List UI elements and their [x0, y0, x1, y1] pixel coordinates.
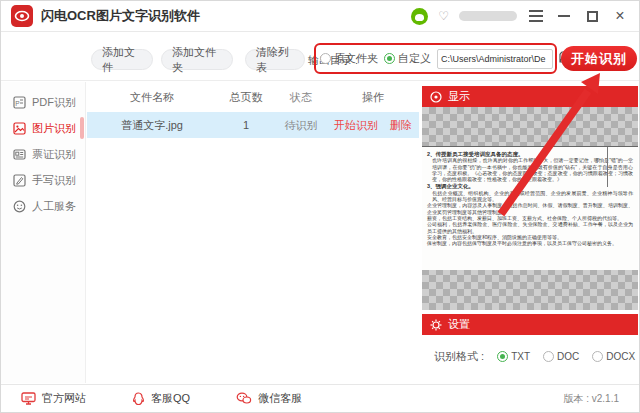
titlebar: 闪电OCR图片文字识别软件 ♡ ×: [1, 1, 639, 32]
image-preview: 2、传授新员工接受培训应具备的态度。 也许培训真的很枯燥，也许真的对你的工作帮助…: [422, 107, 638, 310]
output-path-input[interactable]: [437, 49, 553, 69]
col-header-filename: 文件名称: [87, 90, 217, 105]
app-title: 闪电OCR图片文字识别软件: [41, 7, 200, 25]
qq-service-link[interactable]: 客服QQ: [132, 391, 190, 406]
ticket-icon: [13, 148, 26, 161]
settings-panel-title: 设置: [448, 317, 470, 332]
cell-pages: 1: [217, 119, 275, 131]
radio-txt-circle-icon[interactable]: [497, 351, 508, 362]
row-delete-link[interactable]: 删除: [390, 118, 412, 133]
image-icon: [13, 122, 26, 135]
wechat-icon: [236, 392, 252, 405]
eye-circle-icon: [430, 91, 442, 103]
radio-doc-circle-icon[interactable]: [543, 351, 554, 362]
add-file-button[interactable]: 添加文件: [91, 49, 153, 70]
start-recognition-button[interactable]: 开始识别: [561, 46, 637, 71]
format-option-doc[interactable]: DOC: [543, 351, 579, 362]
sidebar-item-image[interactable]: 图片识别: [1, 115, 85, 141]
sidebar-item-manual-service[interactable]: 人工服务: [1, 193, 85, 219]
wechat-service-link[interactable]: 微信客服: [236, 391, 302, 406]
col-header-action: 操作: [327, 90, 419, 105]
format-option-txt[interactable]: TXT: [497, 351, 530, 362]
cell-actions: 开始识别 删除: [327, 118, 419, 133]
radio-custom-folder[interactable]: 自定义: [384, 51, 431, 66]
radio-custom-folder-circle-icon[interactable]: [384, 53, 395, 64]
menu-icon[interactable]: [527, 7, 545, 25]
page-edge-line: [607, 147, 608, 187]
preview-page: 2、传授新员工接受培训应具备的态度。 也许培训真的很枯燥，也许真的对你的工作帮助…: [422, 146, 638, 270]
preview-text-line: 也许培训真的很枯燥，也许真的对你的工作帮助不大，但请一定要记住，哪怕是"错"的一…: [427, 157, 633, 182]
sidebar-item-pdf[interactable]: P PDF识别: [1, 89, 85, 115]
clear-list-button[interactable]: 清除列表: [245, 49, 305, 70]
preview-text-line: 公司福利，包括养老保险金、医疗保险金、失业保险金、交通费补贴、工作午餐，以及企业…: [427, 221, 633, 234]
col-header-status: 状态: [275, 90, 327, 105]
wechat-status-icon[interactable]: [411, 8, 428, 25]
official-website-link[interactable]: 官方网站: [21, 391, 86, 406]
monitor-icon: [21, 392, 36, 405]
svg-text:P: P: [15, 99, 19, 106]
maximize-button[interactable]: [583, 7, 601, 25]
heart-icon[interactable]: ♡: [438, 9, 449, 23]
right-panel: 显示 2、传授新员工接受培训应具备的态度。 也许培训真的很枯燥，也许真的对你的工…: [422, 86, 638, 364]
radio-docx-circle-icon[interactable]: [592, 351, 603, 362]
table-row[interactable]: 普通文字.jpg 1 待识别 开始识别 删除: [87, 112, 419, 138]
service-smiley-icon: [13, 200, 26, 213]
preview-text-line: 包括企业概况、组织机构、企业的产品或经营范围、企业的发展前景、企业精神与领导作风…: [427, 190, 633, 203]
gear-icon: [430, 319, 442, 331]
add-folder-button[interactable]: 添加文件夹: [161, 49, 233, 70]
cell-status: 待识别: [275, 118, 327, 133]
output-dir-annotation-box: 原文件夹 自定义: [314, 43, 557, 74]
toolbar: 添加文件 添加文件夹 清除列表 输出目录 : 原文件夹 自定义 开始识别: [1, 33, 639, 81]
preview-text-line: 保密制度，内容包括保守制度及平时必须注意的事项，以及员工保守公司秘密的义务。: [427, 240, 633, 246]
radio-original-folder-circle-icon[interactable]: [320, 53, 331, 64]
version-label: 版本 : v2.1.1: [563, 392, 619, 406]
col-header-pages: 总页数: [217, 90, 275, 105]
settings-panel-header: 设置: [422, 314, 638, 335]
sidebar-item-handwriting[interactable]: 手写识别: [1, 167, 85, 193]
active-item-indicator: [80, 117, 84, 139]
cell-filename: 普通文字.jpg: [87, 118, 217, 133]
sidebar: P PDF识别 图片识别 票证识别 手写识别 人工服务: [1, 82, 86, 383]
table-header-row: 文件名称 总页数 状态 操作: [87, 82, 419, 112]
blurred-account-label: [459, 11, 517, 21]
row-start-recognition-link[interactable]: 开始识别: [334, 118, 378, 133]
close-button[interactable]: ×: [611, 7, 629, 25]
handwriting-icon: [13, 174, 26, 187]
sidebar-item-ticket[interactable]: 票证识别: [1, 141, 85, 167]
qq-penguin-icon: [132, 392, 145, 406]
app-logo-eye-icon: [11, 5, 33, 27]
display-panel-header: 显示: [422, 86, 638, 107]
statusbar: 官方网站 客服QQ 微信客服 版本 : v2.1.1: [1, 384, 639, 412]
format-label: 识别格式 :: [434, 349, 484, 364]
app-window: 闪电OCR图片文字识别软件 ♡ × 添加文件 添加文件夹 清除列表 输出目录 :…: [0, 0, 640, 413]
pdf-icon: P: [13, 96, 26, 109]
format-option-docx[interactable]: DOCX: [592, 351, 635, 362]
file-table: 文件名称 总页数 状态 操作 普通文字.jpg 1 待识别 开始识别 删除: [87, 82, 419, 383]
display-panel-title: 显示: [448, 89, 470, 104]
preview-text-line: 企业管理制度，内容涉及人事制度，包括作息时间、休假、请假制度、晋升制度、培训制度…: [427, 202, 633, 215]
radio-original-folder[interactable]: 原文件夹: [320, 51, 378, 66]
format-options-row: 识别格式 : TXT DOC DOCX: [422, 335, 638, 364]
minimize-button[interactable]: [555, 7, 573, 25]
